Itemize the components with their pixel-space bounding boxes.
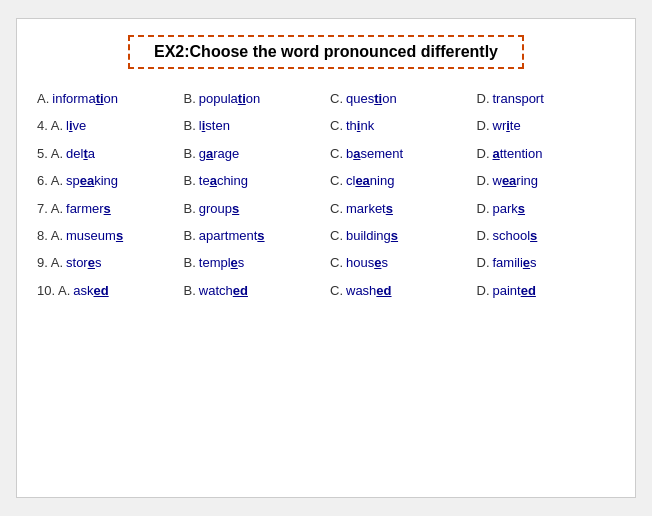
item-word: markets [346,197,393,220]
item-word: apartments [199,224,265,247]
item-word: garage [199,142,240,165]
list-item: C. houses [330,251,469,274]
list-item: D. attention [477,142,616,165]
list-item: B. groups [184,197,323,220]
item-label: B. [184,197,196,220]
list-item: D. schools [477,224,616,247]
list-item: C. buildings [330,224,469,247]
item-label: A. [37,87,49,110]
item-word: listen [199,114,230,137]
main-container: EX2:Choose the word pronounced different… [16,18,636,498]
item-word: schools [493,224,538,247]
item-label: 8. A. [37,224,63,247]
item-word: attention [493,142,543,165]
item-word: museums [66,224,123,247]
item-label: D. [477,279,490,302]
list-item: B. teaching [184,169,323,192]
list-item: C. washed [330,279,469,302]
item-word: cleaning [346,169,394,192]
item-label: B. [184,142,196,165]
item-label: 5. A. [37,142,63,165]
item-label: C. [330,251,343,274]
list-item: B. apartments [184,224,323,247]
list-item: 6. A. speaking [37,169,176,192]
item-label: C. [330,224,343,247]
item-label: B. [184,87,196,110]
title-box: EX2:Choose the word pronounced different… [128,35,524,69]
item-word: wearing [493,169,539,192]
item-word: population [199,87,260,110]
item-word: families [493,251,537,274]
item-word: asked [73,279,108,302]
item-label: B. [184,251,196,274]
item-label: B. [184,114,196,137]
item-label: C. [330,142,343,165]
column-4: D. transportD. writeD. attentionD. weari… [473,87,620,302]
item-label: D. [477,114,490,137]
column-1: A. information4. A. live5. A. delta6. A.… [33,87,180,302]
column-3: C. questionC. thinkC. basementC. cleanin… [326,87,473,302]
item-label: C. [330,169,343,192]
list-item: C. cleaning [330,169,469,192]
list-item: C. question [330,87,469,110]
list-item: 7. A. farmers [37,197,176,220]
item-word: temples [199,251,245,274]
item-word: watched [199,279,248,302]
list-item: 5. A. delta [37,142,176,165]
item-label: 6. A. [37,169,63,192]
item-word: stores [66,251,101,274]
item-label: 7. A. [37,197,63,220]
list-item: D. families [477,251,616,274]
item-label: B. [184,224,196,247]
item-label: D. [477,169,490,192]
item-label: D. [477,224,490,247]
list-item: 4. A. live [37,114,176,137]
item-label: D. [477,142,490,165]
list-item: C. basement [330,142,469,165]
item-label: B. [184,279,196,302]
item-word: question [346,87,397,110]
title: EX2:Choose the word pronounced different… [154,43,498,60]
list-item: B. watched [184,279,323,302]
item-label: C. [330,114,343,137]
item-word: write [493,114,521,137]
column-2: B. populationB. listenB. garageB. teachi… [180,87,327,302]
item-word: delta [66,142,95,165]
exercise-grid: A. information4. A. live5. A. delta6. A.… [33,87,619,302]
list-item: B. listen [184,114,323,137]
item-word: farmers [66,197,111,220]
list-item: B. temples [184,251,323,274]
list-item: D. write [477,114,616,137]
item-word: groups [199,197,239,220]
list-item: D. parks [477,197,616,220]
item-label: D. [477,197,490,220]
item-label: D. [477,251,490,274]
item-label: C. [330,197,343,220]
item-label: 9. A. [37,251,63,274]
list-item: A. information [37,87,176,110]
list-item: 10. A. asked [37,279,176,302]
item-word: buildings [346,224,398,247]
item-word: washed [346,279,392,302]
item-word: information [52,87,118,110]
list-item: D. transport [477,87,616,110]
item-label: 10. A. [37,279,70,302]
list-item: B. garage [184,142,323,165]
item-word: houses [346,251,388,274]
list-item: C. think [330,114,469,137]
item-label: B. [184,169,196,192]
item-label: 4. A. [37,114,63,137]
item-word: teaching [199,169,248,192]
item-word: speaking [66,169,118,192]
list-item: D. painted [477,279,616,302]
item-word: painted [493,279,536,302]
item-label: C. [330,87,343,110]
list-item: D. wearing [477,169,616,192]
list-item: 8. A. museums [37,224,176,247]
item-word: parks [493,197,526,220]
item-word: think [346,114,374,137]
item-word: transport [493,87,544,110]
item-word: basement [346,142,403,165]
item-word: live [66,114,86,137]
list-item: 9. A. stores [37,251,176,274]
